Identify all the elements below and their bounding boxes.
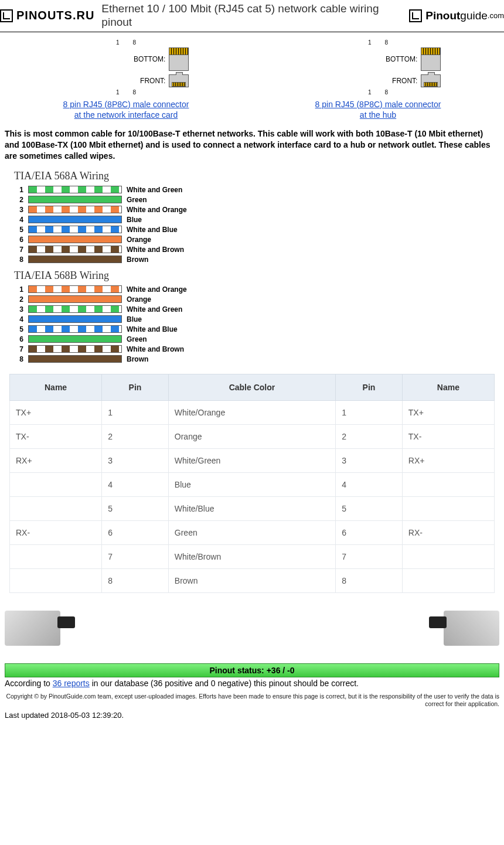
table-header-row: NamePinCable ColorPinName [10, 374, 495, 400]
logo-icon [0, 9, 13, 22]
wire-number: 8 [14, 255, 23, 264]
table-cell: White/Brown [168, 544, 335, 568]
pin-num-1: 1 [116, 39, 120, 46]
table-cell: RX+ [10, 448, 102, 472]
pin-num-8: 8 [384, 89, 388, 96]
wire-number: 5 [14, 226, 23, 234]
rj45-photo-left [5, 611, 60, 646]
table-cell: RX- [402, 520, 494, 544]
wire-row: 2Orange [14, 295, 504, 304]
wire-color-bar [28, 285, 122, 293]
table-cell [402, 472, 494, 496]
wire-number: 7 [14, 345, 23, 353]
status-suffix: in our database (36 positive and 0 negat… [90, 679, 359, 688]
table-cell: 6 [336, 520, 403, 544]
table-cell: Green [168, 520, 335, 544]
table-row: 4Blue4 [10, 472, 495, 496]
bottom-label: BOTTOM: [134, 55, 165, 63]
table-cell: 4 [102, 472, 169, 496]
wire-label: Brown [127, 255, 148, 264]
rj45-photo-right [444, 611, 499, 646]
wire-color-bar [28, 315, 122, 323]
wire-number: 4 [14, 315, 23, 323]
reports-link[interactable]: 36 reports [53, 679, 90, 688]
table-cell: 7 [336, 544, 403, 568]
rj45-front-icon [421, 74, 441, 87]
wire-number: 6 [14, 236, 23, 244]
logo-pinoutguide[interactable]: Pinoutguide.com [409, 9, 504, 22]
wire-number: 3 [14, 305, 23, 314]
link-line1: 8 pin RJ45 (8P8C) male connector [315, 100, 441, 109]
rj45-bottom-icon [421, 47, 441, 71]
pinout-status-text: According to 36 reports in our database … [5, 679, 499, 688]
wire-color-bar [28, 305, 122, 313]
wire-row: 1White and Green [14, 186, 504, 194]
link-line1: 8 pin RJ45 (8P8C) male connector [63, 100, 189, 109]
table-cell: Blue [168, 472, 335, 496]
pin-num-1: 1 [368, 89, 372, 96]
wire-color-bar [28, 226, 122, 233]
connector-right: 18 BOTTOM: FRONT: 18 8 pin RJ45 (8P8C) m… [315, 39, 441, 120]
table-cell: 6 [102, 520, 169, 544]
wire-label: White and Blue [127, 226, 178, 234]
rj45-front-icon [169, 74, 189, 87]
pin-num-1: 1 [116, 89, 120, 96]
wire-number: 3 [14, 206, 23, 214]
table-cell: Orange [168, 424, 335, 448]
table-cell: RX- [10, 520, 102, 544]
wire-number: 8 [14, 355, 23, 363]
wire-color-bar [28, 295, 122, 303]
wire-color-bar [28, 206, 122, 213]
wire-number: 2 [14, 295, 23, 304]
pin-num-8: 8 [132, 39, 136, 46]
table-row: TX+1White/Orange1TX+ [10, 400, 495, 424]
table-header: Name [402, 374, 494, 400]
table-cell: White/Green [168, 448, 335, 472]
wire-color-bar [28, 246, 122, 253]
wire-label: White and Brown [127, 345, 184, 353]
bottom-label: BOTTOM: [386, 55, 417, 63]
table-header: Cable Color [168, 374, 335, 400]
table-cell: 8 [336, 568, 403, 592]
wire-number: 2 [14, 196, 23, 204]
intro-text: This is most common cable for 10/100Base… [5, 128, 499, 162]
connector-right-link[interactable]: 8 pin RJ45 (8P8C) male connectorat the h… [315, 99, 441, 120]
table-body: TX+1White/Orange1TX+TX-2Orange2TX-RX+3Wh… [10, 400, 495, 592]
table-header: Pin [102, 374, 169, 400]
table-cell: White/Orange [168, 400, 335, 424]
table-cell: 4 [336, 472, 403, 496]
wire-label: White and Green [127, 186, 182, 194]
pin-num-8: 8 [384, 39, 388, 46]
status-prefix: According to [5, 679, 53, 688]
connector-left-link[interactable]: 8 pin RJ45 (8P8C) male connectorat the n… [63, 99, 189, 120]
front-label: FRONT: [392, 77, 417, 85]
front-label: FRONT: [140, 77, 165, 85]
wire-label: Blue [127, 315, 142, 323]
page-header: PINOUTS.RU Ethernet 10 / 100 Mbit (RJ45 … [0, 0, 504, 32]
pin-num-1: 1 [368, 39, 372, 46]
link-line2: at the network interface card [74, 110, 178, 120]
logo-left-text: PINOUTS.RU [16, 9, 94, 22]
wire-color-bar [28, 345, 122, 353]
connector-diagram: 18 BOTTOM: FRONT: 18 [315, 39, 441, 96]
table-cell: Brown [168, 568, 335, 592]
wire-color-bar [28, 216, 122, 223]
wire-color-bar [28, 186, 122, 193]
wire-number: 1 [14, 285, 23, 294]
connector-diagrams: 18 BOTTOM: FRONT: 18 8 pin RJ45 (8P8C) m… [0, 39, 504, 120]
wire-label: White and Orange [127, 285, 187, 294]
wire-label: Blue [127, 216, 142, 224]
table-cell: TX+ [10, 400, 102, 424]
wire-label: White and Brown [127, 246, 184, 254]
pinout-table: NamePinCable ColorPinName TX+1White/Oran… [9, 374, 495, 593]
wire-row: 5White and Blue [14, 226, 504, 234]
copyright-text: Copyright © by PinoutGuide.com team, exc… [5, 693, 499, 708]
wiring-568b: TIA/EIA 568B Wiring 1White and Orange2Or… [14, 270, 504, 363]
table-cell: 1 [102, 400, 169, 424]
table-row: 5White/Blue5 [10, 496, 495, 520]
logo-pinouts-ru[interactable]: PINOUTS.RU [0, 9, 94, 22]
table-cell: 8 [102, 568, 169, 592]
wire-label: White and Green [127, 305, 182, 314]
table-header: Name [10, 374, 102, 400]
wire-row: 2Green [14, 196, 504, 204]
